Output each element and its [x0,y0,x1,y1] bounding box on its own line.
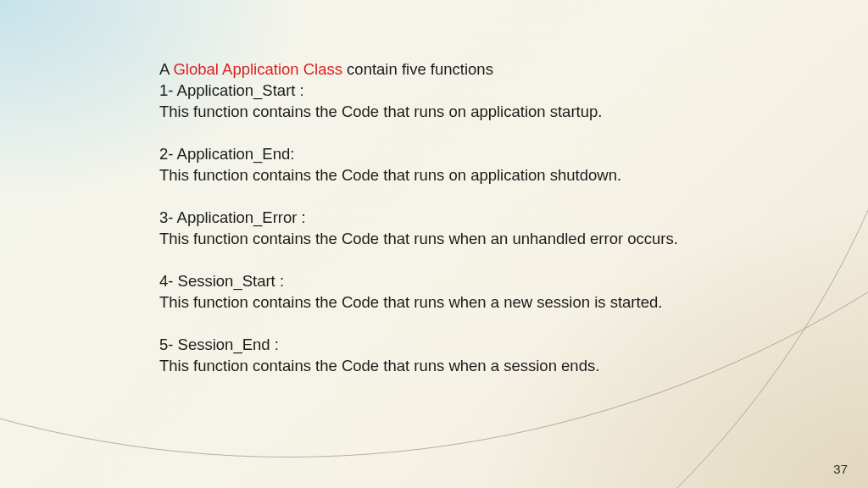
slide-body: A Global Application Class contain five … [159,59,804,398]
page-number: 37 [833,462,848,476]
intro-highlight: Global Application Class [173,60,342,78]
intro-line: A Global Application Class contain five … [159,59,804,80]
item-5-heading: 5- Session_End : [159,335,804,356]
item-5-desc: This function contains the Code that run… [159,356,804,377]
intro-suffix: contain five functions [342,60,493,78]
item-3-desc: This function contains the Code that run… [159,229,804,250]
item-1-heading: 1- Application_Start : [159,80,804,102]
item-4-desc: This function contains the Code that run… [159,292,804,313]
intro-prefix: A [159,60,173,78]
item-2-heading: 2- Application_End: [159,144,804,165]
item-4-heading: 4- Session_Start : [159,271,804,292]
item-3-heading: 3- Application_Error : [159,208,804,229]
item-2-desc: This function contains the Code that run… [159,165,804,186]
item-1-desc: This function contains the Code that run… [159,102,804,123]
